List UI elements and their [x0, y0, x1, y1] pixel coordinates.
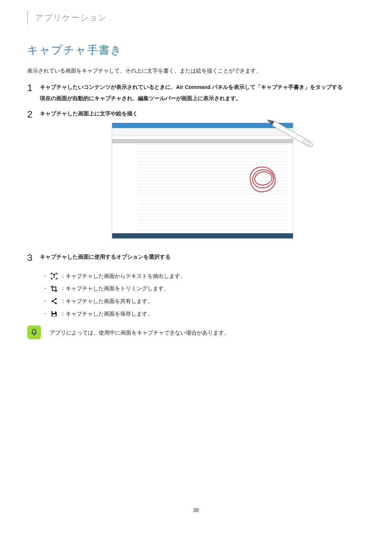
- svg-rect-4: [53, 311, 55, 313]
- step-title: キャプチャした画面上に文字や絵を描く: [40, 109, 365, 118]
- option-save: ・ ：キャプチャした画面を保存します。: [40, 309, 365, 319]
- bullet: ・: [40, 297, 50, 306]
- step-body: キャプチャした画面上に文字や絵を描く: [40, 109, 365, 246]
- step-2: 2 キャプチャした画面上に文字や絵を描く: [27, 109, 365, 246]
- extract-text-icon: [50, 272, 58, 280]
- bullet: ・: [40, 272, 50, 281]
- step-number: 3: [27, 253, 40, 265]
- step-3: 3 キャプチャした画面に使用するオプションを選択する: [27, 253, 365, 265]
- browser-urlbar: [112, 139, 293, 143]
- page-number: 38: [27, 506, 365, 515]
- bullet: ・: [40, 284, 50, 293]
- page-title: キャプチャ手書き: [27, 41, 365, 59]
- share-icon: [50, 297, 58, 305]
- crop-icon: [50, 285, 58, 293]
- windows-taskbar: [112, 233, 293, 238]
- step-number: 2: [27, 109, 40, 246]
- step-1: 1 キャプチャしたいコンテンツが表示されているときに、Air Command パ…: [27, 83, 365, 103]
- step-body: キャプチャした画面に使用するオプションを選択する: [40, 253, 365, 265]
- option-text: ：キャプチャした画面からテキストを抽出します。: [60, 272, 185, 281]
- option-text: ：キャプチャした画面を共有します。: [60, 297, 153, 306]
- option-share: ・ ：キャプチャした画面を共有します。: [40, 297, 365, 306]
- step-number: 1: [27, 83, 40, 103]
- step-sub: 現在の画面が自動的にキャプチャされ、編集ツールバーが画面上に表示されます。: [40, 94, 365, 103]
- window-titlebar: [112, 123, 293, 128]
- bullet: ・: [40, 309, 50, 319]
- note-block: アプリによっては、使用中に画面をキャプチャできない場合があります。: [27, 325, 365, 339]
- option-crop: ・ ：キャプチャした画面をトリミングします。: [40, 284, 365, 293]
- options-list: ・ ：キャプチャした画面からテキストを抽出します。 ・ ：キャプチャした画面をト…: [40, 272, 365, 319]
- svg-rect-5: [53, 314, 56, 316]
- option-text: ：キャプチャした画面を保存します。: [60, 309, 153, 319]
- intro-text: 表示されている画面をキャプチャして、その上に文字を書く、または絵を描くことができ…: [27, 66, 365, 75]
- step-title: キャプチャした画面に使用するオプションを選択する: [40, 253, 365, 262]
- note-text: アプリによっては、使用中に画面をキャプチャできない場合があります。: [50, 325, 229, 337]
- step-title: キャプチャしたいコンテンツが表示されているときに、Air Command パネル…: [40, 83, 365, 92]
- editing-toolbar: [112, 128, 293, 136]
- save-icon: [50, 310, 58, 318]
- option-text: ：キャプチャした画面をトリミングします。: [60, 284, 169, 293]
- step-body: キャプチャしたいコンテンツが表示されているときに、Air Command パネル…: [40, 83, 365, 103]
- breadcrumb: アプリケーション: [27, 11, 365, 24]
- screenshot-illustration: [112, 123, 293, 239]
- steps-list: 1 キャプチャしたいコンテンツが表示されているときに、Air Command パ…: [27, 83, 365, 318]
- note-bell-icon: [27, 325, 41, 339]
- option-extract-text: ・ ：キャプチャした画面からテキストを抽出します。: [40, 272, 365, 281]
